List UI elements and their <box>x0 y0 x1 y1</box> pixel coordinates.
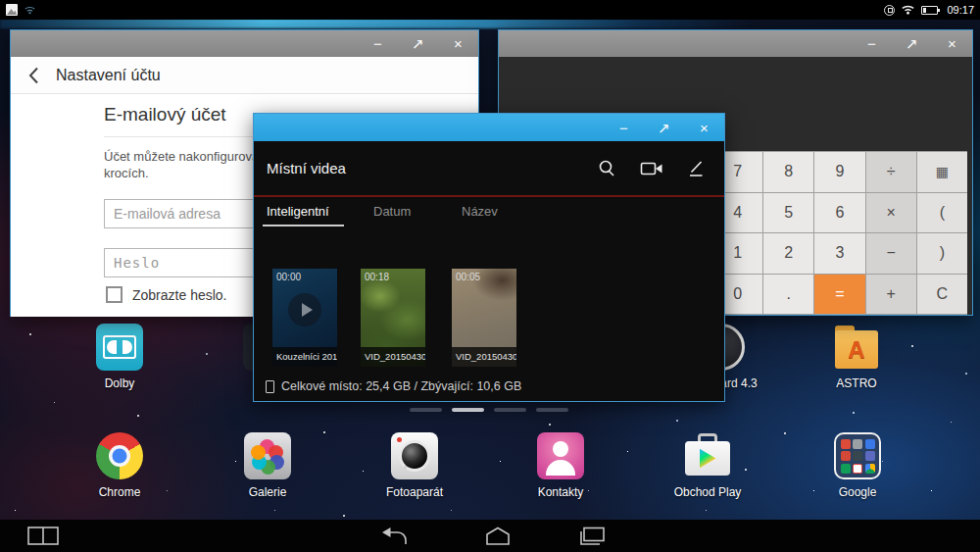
home-button[interactable] <box>483 527 513 546</box>
tab-bar: Inteligentní Datum Název <box>254 199 724 228</box>
titlebar[interactable]: − ↗ × <box>11 30 478 57</box>
description-text: Účet můžete nakonfigurovat krocích. <box>104 148 263 181</box>
tab-smart[interactable]: Inteligentní <box>267 204 329 219</box>
page-dash[interactable] <box>410 408 442 412</box>
video-item[interactable]: 00:18 VID_20150430_... <box>361 269 425 367</box>
calc-key-5[interactable]: 5 <box>763 193 813 233</box>
calc-key-9[interactable]: 9 <box>814 152 864 192</box>
calc-key-6[interactable]: 6 <box>814 193 864 233</box>
app-label: ASTRO <box>809 376 904 390</box>
play-store-icon <box>684 432 731 479</box>
page-dash[interactable] <box>536 408 568 412</box>
calc-key-plus[interactable]: + <box>866 275 916 315</box>
calc-key-open-paren[interactable]: ( <box>917 193 967 233</box>
app-label: Obchod Play <box>661 485 755 499</box>
calc-key-equals[interactable]: = <box>814 275 864 315</box>
section-heading: E-mailový účet <box>104 104 226 125</box>
alarm-icon <box>884 5 895 16</box>
app-astro[interactable]: A ASTRO <box>809 324 904 390</box>
app-label: Google <box>810 485 905 499</box>
calc-key-close-paren[interactable]: ) <box>917 233 967 274</box>
window-title: Místní videa <box>267 160 346 176</box>
video-duration: 00:05 <box>456 272 480 282</box>
video-name: VID_20150430__ <box>452 347 516 367</box>
back-icon[interactable] <box>28 67 39 84</box>
camera-icon <box>391 432 438 479</box>
app-contacts[interactable]: Kontakty <box>514 432 608 499</box>
close-button[interactable]: × <box>684 114 724 141</box>
chrome-icon <box>96 432 143 479</box>
status-bar: 09:17 <box>0 0 980 20</box>
minimize-button[interactable]: − <box>604 114 644 141</box>
titlebar[interactable]: − ↗ × <box>254 114 724 141</box>
active-tab-underline <box>263 225 344 226</box>
app-label: Chrome <box>73 485 167 499</box>
video-duration: 00:18 <box>365 272 389 282</box>
app-camera[interactable]: Fotoaparát <box>368 432 462 499</box>
wifi-icon <box>902 5 914 15</box>
nebula-streak <box>0 19 755 28</box>
screenshot-notification-icon[interactable] <box>6 4 18 16</box>
app-google-folder[interactable]: Google <box>810 432 905 499</box>
video-item[interactable]: 00:00 Kouzelníci 201... <box>272 269 337 367</box>
tab-date[interactable]: Datum <box>373 204 411 219</box>
app-label: Galerie <box>220 485 315 499</box>
page-title: Nastavení účtu <box>56 67 161 84</box>
calc-key-clear[interactable]: C <box>917 275 967 315</box>
split-screen-icon[interactable] <box>27 527 59 545</box>
app-chrome[interactable]: Chrome <box>73 432 167 499</box>
maximize-button[interactable]: ↗ <box>892 30 932 57</box>
maximize-button[interactable]: ↗ <box>644 114 684 141</box>
storage-status: Celkové místo: 25,4 GB / Zbývající: 10,6… <box>266 379 521 393</box>
back-button[interactable] <box>380 527 410 546</box>
calc-key-divide[interactable]: ÷ <box>866 152 916 192</box>
calc-key-3[interactable]: 3 <box>814 233 864 274</box>
page-indicator <box>410 408 568 412</box>
checkbox-label: Zobrazte heslo. <box>132 287 227 303</box>
calculator-keypad: 7 8 9 ÷ ▦ 4 5 6 × ( 1 2 3 − ) 0 . = + C <box>711 151 967 315</box>
tab-name[interactable]: Název <box>462 204 498 219</box>
video-item[interactable]: 00:05 VID_20150430__ <box>452 269 516 367</box>
app-play-store[interactable]: Obchod Play <box>661 432 755 499</box>
astro-folder-icon: A <box>833 324 880 371</box>
clock: 09:17 <box>947 4 974 16</box>
close-button[interactable]: × <box>932 30 972 57</box>
app-dolby[interactable]: Dolby <box>73 324 167 390</box>
page-dash[interactable] <box>494 408 526 412</box>
video-camera-icon[interactable] <box>640 160 663 177</box>
calc-key-decimal[interactable]: . <box>763 275 813 315</box>
wifi-notification-icon <box>24 6 35 15</box>
window-local-videos: − ↗ × Místní videa <box>253 113 725 402</box>
navigation-bar <box>0 520 980 552</box>
dolby-icon <box>96 324 143 371</box>
calc-key-2[interactable]: 2 <box>763 233 813 274</box>
battery-icon <box>921 6 938 15</box>
storage-icon <box>266 380 274 393</box>
titlebar[interactable]: − ↗ × <box>499 30 972 57</box>
edit-pencil-icon[interactable] <box>687 159 705 178</box>
gallery-icon <box>244 432 291 479</box>
app-label: Dolby <box>73 376 167 390</box>
play-icon <box>288 293 321 326</box>
recents-button[interactable] <box>578 527 606 546</box>
video-duration: 00:00 <box>276 272 301 282</box>
show-password-checkbox[interactable] <box>106 286 122 303</box>
app-gallery[interactable]: Galerie <box>220 432 315 499</box>
tablet-screen: 09:17 Dolby Her board 4.3 A ASTRO Chrome <box>0 0 980 552</box>
calc-key-8[interactable]: 8 <box>763 152 813 192</box>
calc-key-multiply[interactable]: × <box>866 193 916 233</box>
contacts-icon <box>537 432 584 479</box>
calc-key-minus[interactable]: − <box>866 233 916 274</box>
video-name: VID_20150430_... <box>361 347 425 367</box>
calculator-mode-icon-key[interactable]: ▦ <box>917 152 967 192</box>
page-dash-active[interactable] <box>452 408 484 412</box>
close-button[interactable]: × <box>438 30 478 57</box>
search-icon[interactable] <box>597 159 616 178</box>
maximize-button[interactable]: ↗ <box>398 30 438 57</box>
minimize-button[interactable]: − <box>358 30 398 57</box>
app-label: Kontakty <box>514 485 608 499</box>
minimize-button[interactable]: − <box>852 30 892 57</box>
app-label: Fotoaparát <box>368 485 462 499</box>
video-name: Kouzelníci 201... <box>272 347 337 367</box>
google-folder-icon <box>834 432 881 479</box>
